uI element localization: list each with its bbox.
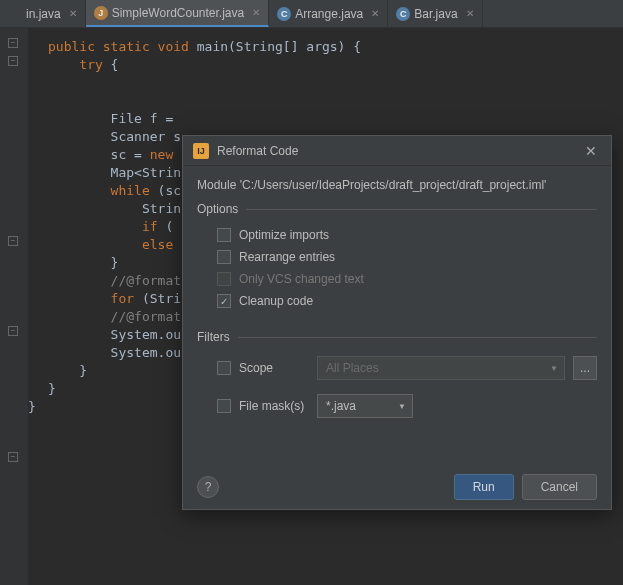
fold-marker-icon[interactable]: − — [8, 326, 18, 336]
fold-marker-icon[interactable]: − — [8, 38, 18, 48]
fold-marker-icon[interactable]: − — [8, 56, 18, 66]
only-vcs-label: Only VCS changed text — [239, 272, 364, 286]
only-vcs-row: Only VCS changed text — [197, 268, 597, 290]
tab-arrange[interactable]: C Arrange.java ✕ — [269, 0, 388, 27]
tab-simple-word-counter[interactable]: J SimpleWordCounter.java ✕ — [86, 0, 270, 27]
rearrange-entries-row[interactable]: Rearrange entries — [197, 246, 597, 268]
cancel-button[interactable]: Cancel — [522, 474, 597, 500]
editor-gutter: − − − − − — [0, 28, 28, 585]
fold-marker-icon[interactable]: − — [8, 236, 18, 246]
dialog-title: Reformat Code — [217, 144, 581, 158]
close-icon[interactable]: ✕ — [581, 143, 601, 159]
rearrange-entries-label: Rearrange entries — [239, 250, 335, 264]
fold-marker-icon[interactable]: − — [8, 452, 18, 462]
run-button[interactable]: Run — [454, 474, 514, 500]
scope-combobox[interactable]: All Places ▼ — [317, 356, 565, 380]
dialog-body: Module 'C:/Users/user/IdeaProjects/draft… — [183, 166, 611, 465]
close-icon[interactable]: ✕ — [252, 7, 260, 18]
scope-row: Scope All Places ▼ ... — [197, 352, 597, 384]
tab-in-java[interactable]: in.java ✕ — [0, 0, 86, 27]
help-button[interactable]: ? — [197, 476, 219, 498]
checkbox-unchecked-icon[interactable] — [217, 250, 231, 264]
tab-bar[interactable]: C Bar.java ✕ — [388, 0, 482, 27]
tab-label: in.java — [26, 7, 61, 21]
tab-label: Arrange.java — [295, 7, 363, 21]
editor-tabs: in.java ✕ J SimpleWordCounter.java ✕ C A… — [0, 0, 623, 28]
file-mask-field[interactable]: *.java ▼ — [317, 394, 413, 418]
cleanup-code-row[interactable]: Cleanup code — [197, 290, 597, 312]
ellipsis-icon: ... — [580, 361, 590, 375]
java-class-icon: J — [94, 6, 108, 20]
tab-label: Bar.java — [414, 7, 457, 21]
reformat-code-dialog: IJ Reformat Code ✕ Module 'C:/Users/user… — [182, 135, 612, 510]
file-mask-value: *.java — [326, 399, 356, 413]
chevron-down-icon: ▼ — [550, 364, 558, 373]
scope-checkbox[interactable] — [217, 361, 231, 375]
checkbox-checked-icon[interactable] — [217, 294, 231, 308]
options-section-title: Options — [197, 202, 597, 216]
chevron-down-icon: ▼ — [398, 402, 406, 411]
java-class-icon: C — [277, 7, 291, 21]
dialog-header: IJ Reformat Code ✕ — [183, 136, 611, 166]
cleanup-code-label: Cleanup code — [239, 294, 313, 308]
optimize-imports-row[interactable]: Optimize imports — [197, 224, 597, 246]
filters-section-title: Filters — [197, 330, 597, 344]
checkbox-disabled-icon — [217, 272, 231, 286]
close-icon[interactable]: ✕ — [371, 8, 379, 19]
dialog-footer: ? Run Cancel — [183, 465, 611, 509]
java-class-icon: C — [396, 7, 410, 21]
java-file-icon — [8, 7, 22, 21]
scope-label: Scope — [239, 361, 309, 375]
checkbox-unchecked-icon[interactable] — [217, 228, 231, 242]
optimize-imports-label: Optimize imports — [239, 228, 329, 242]
close-icon[interactable]: ✕ — [69, 8, 77, 19]
file-mask-row: File mask(s) *.java ▼ — [197, 390, 597, 422]
close-icon[interactable]: ✕ — [466, 8, 474, 19]
scope-value: All Places — [326, 361, 379, 375]
module-path-text: Module 'C:/Users/user/IdeaProjects/draft… — [197, 178, 597, 192]
intellij-icon: IJ — [193, 143, 209, 159]
file-mask-checkbox[interactable] — [217, 399, 231, 413]
file-mask-label: File mask(s) — [239, 399, 309, 413]
scope-browse-button[interactable]: ... — [573, 356, 597, 380]
tab-label: SimpleWordCounter.java — [112, 6, 245, 20]
help-icon: ? — [205, 480, 212, 494]
